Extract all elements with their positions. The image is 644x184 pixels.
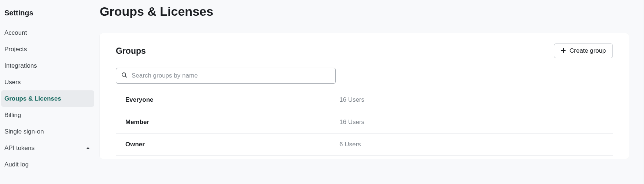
sidebar-nav-list: Account Projects Integrations Users Grou… — [0, 25, 95, 173]
sidebar-item-integrations[interactable]: Integrations — [1, 57, 94, 74]
group-name: Owner — [125, 141, 339, 148]
sidebar-item-label: API tokens — [4, 144, 34, 152]
group-row[interactable]: Everyone 16 Users — [116, 89, 613, 111]
sidebar-item-label: Audit log — [4, 161, 29, 168]
sidebar-title: Settings — [0, 7, 95, 25]
plus-icon — [561, 48, 566, 54]
groups-list: Everyone 16 Users Member 16 Users Owner … — [116, 89, 613, 156]
group-row[interactable]: Member 16 Users — [116, 111, 613, 134]
group-row[interactable]: Owner 6 Users — [116, 134, 613, 156]
sidebar-item-label: Account — [4, 29, 27, 37]
sidebar-item-users[interactable]: Users — [1, 74, 94, 90]
sidebar-item-groups-licenses[interactable]: Groups & Licenses — [1, 90, 94, 107]
sidebar-item-label: Groups & Licenses — [4, 95, 61, 102]
group-user-count: 6 Users — [339, 141, 361, 148]
settings-sidebar: Settings Account Projects Integrations U… — [0, 0, 95, 184]
groups-card: Groups Create group Everyone 16 Users Me… — [100, 33, 629, 159]
groups-section-title: Groups — [116, 46, 146, 56]
sidebar-item-projects[interactable]: Projects — [1, 41, 94, 57]
sidebar-item-label: Single sign-on — [4, 128, 44, 135]
sidebar-item-label: Users — [4, 79, 21, 86]
create-group-button[interactable]: Create group — [554, 44, 613, 58]
sidebar-item-account[interactable]: Account — [1, 25, 94, 41]
search-container — [116, 68, 336, 84]
main-content: Groups & Licenses Groups Create group Ev… — [95, 0, 644, 184]
create-group-button-label: Create group — [570, 47, 606, 55]
sidebar-item-audit-log[interactable]: Audit log — [1, 156, 94, 173]
caret-up-icon — [86, 147, 90, 149]
group-user-count: 16 Users — [339, 96, 364, 104]
sidebar-item-label: Integrations — [4, 62, 37, 70]
group-user-count: 16 Users — [339, 119, 364, 126]
sidebar-item-api-tokens[interactable]: API tokens — [1, 140, 94, 156]
sidebar-item-label: Billing — [4, 112, 21, 119]
page-title: Groups & Licenses — [100, 4, 629, 19]
groups-card-header: Groups Create group — [116, 44, 613, 58]
group-name: Everyone — [125, 96, 339, 104]
sidebar-item-billing[interactable]: Billing — [1, 107, 94, 123]
search-groups-input[interactable] — [116, 68, 336, 84]
sidebar-item-label: Projects — [4, 46, 27, 53]
sidebar-item-single-sign-on[interactable]: Single sign-on — [1, 123, 94, 140]
group-name: Member — [125, 119, 339, 126]
